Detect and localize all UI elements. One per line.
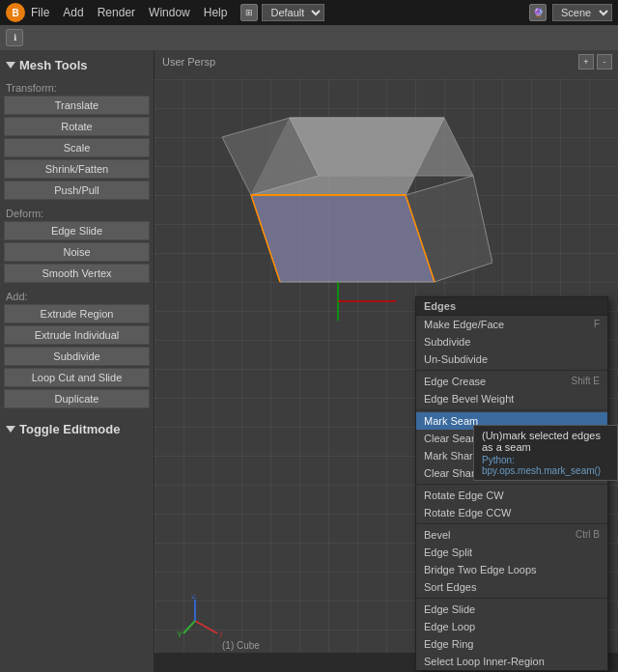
collapse-icon[interactable] bbox=[6, 62, 15, 69]
scene-selector[interactable]: Scene bbox=[552, 4, 612, 21]
ctx-make-edge-face[interactable]: Make Edge/Face F bbox=[416, 316, 607, 333]
toggle-collapse-icon[interactable] bbox=[6, 426, 15, 433]
blender-logo: B bbox=[6, 3, 25, 22]
menu-window[interactable]: Window bbox=[149, 6, 190, 19]
btn-extrude-individual[interactable]: Extrude Individual bbox=[4, 325, 150, 345]
ctx-edge-split[interactable]: Edge Split bbox=[416, 544, 607, 561]
btn-edge-slide[interactable]: Edge Slide bbox=[4, 221, 150, 240]
tooltip-text: (Un)mark selected edges as a seam bbox=[482, 430, 609, 453]
svg-text:Y: Y bbox=[177, 630, 183, 639]
btn-subdivide[interactable]: Subdivide bbox=[4, 347, 150, 366]
ctx-edge-ring[interactable]: Edge Ring bbox=[416, 635, 607, 653]
ctx-bridge-loops[interactable]: Bridge Two Edge Loops bbox=[416, 561, 607, 578]
info-icon[interactable]: ℹ bbox=[6, 29, 23, 46]
menu-render[interactable]: Render bbox=[98, 6, 135, 19]
zoom-out-btn[interactable]: - bbox=[597, 54, 612, 70]
ctx-subdivide[interactable]: Subdivide bbox=[416, 333, 607, 350]
3d-object bbox=[193, 108, 492, 321]
svg-line-10 bbox=[195, 621, 217, 633]
menu-file[interactable]: File bbox=[31, 6, 49, 19]
ctx-bevel[interactable]: Bevel Ctrl B bbox=[416, 526, 607, 544]
ctx-menu-header: Edges bbox=[416, 297, 607, 316]
top-menu[interactable]: File Add Render Window Help bbox=[31, 6, 227, 19]
svg-line-12 bbox=[183, 621, 195, 633]
ctx-sep-2 bbox=[416, 409, 607, 410]
main-area: Mesh Tools Transform: Translate Rotate S… bbox=[0, 50, 618, 672]
ctx-sep-1 bbox=[416, 370, 607, 371]
svg-text:X: X bbox=[219, 630, 222, 639]
ctx-rotate-ccw[interactable]: Rotate Edge CCW bbox=[416, 504, 607, 521]
svg-marker-3 bbox=[251, 195, 435, 282]
viewport-controls: + - bbox=[578, 54, 612, 70]
ctx-un-subdivide[interactable]: Un-Subdivide bbox=[416, 350, 607, 368]
ctx-edge-crease[interactable]: Edge Crease Shift E bbox=[416, 373, 607, 390]
btn-rotate[interactable]: Rotate bbox=[4, 117, 150, 136]
viewport-label: User Persp bbox=[162, 56, 215, 68]
svg-text:Z: Z bbox=[191, 595, 197, 601]
tooltip-python: Python: bpy.ops.mesh.mark_seam() bbox=[482, 455, 609, 476]
deform-label: Deform: bbox=[4, 202, 150, 221]
header-row: ℹ bbox=[0, 25, 618, 50]
btn-translate[interactable]: Translate bbox=[4, 96, 150, 115]
panel-title: Mesh Tools bbox=[19, 58, 88, 72]
mesh-tools-header: Mesh Tools bbox=[4, 54, 150, 76]
menu-add[interactable]: Add bbox=[63, 6, 83, 19]
render-engine-icon[interactable]: 🔮 bbox=[529, 4, 547, 21]
tooltip: (Un)mark selected edges as a seam Python… bbox=[473, 425, 618, 481]
ctx-sort-edges[interactable]: Sort Edges bbox=[416, 578, 607, 596]
btn-loop-cut[interactable]: Loop Cut and Slide bbox=[4, 368, 150, 387]
axis-indicator: X Y Z bbox=[169, 595, 222, 648]
btn-scale[interactable]: Scale bbox=[4, 138, 150, 157]
transform-label: Transform: bbox=[4, 76, 150, 96]
toggle-editmode-label[interactable]: Toggle Editmode bbox=[19, 422, 120, 436]
toggle-editmode-header: Toggle Editmode bbox=[4, 418, 150, 440]
ctx-select-loop-inner[interactable]: Select Loop Inner-Region bbox=[416, 653, 607, 670]
menu-help[interactable]: Help bbox=[204, 6, 228, 19]
ctx-sep-3 bbox=[416, 484, 607, 485]
ctx-edge-bevel-weight[interactable]: Edge Bevel Weight bbox=[416, 390, 607, 407]
ctx-sep-5 bbox=[416, 598, 607, 599]
workspace-selector[interactable]: Default bbox=[262, 4, 324, 21]
layout-icon[interactable]: ⊞ bbox=[240, 4, 258, 21]
btn-noise[interactable]: Noise bbox=[4, 242, 150, 262]
ctx-rotate-cw[interactable]: Rotate Edge CW bbox=[416, 487, 607, 504]
context-menu[interactable]: Edges Make Edge/Face F Subdivide Un-Subd… bbox=[415, 296, 608, 671]
btn-extrude-region[interactable]: Extrude Region bbox=[4, 304, 150, 323]
title-bar: B File Add Render Window Help ⊞ Default … bbox=[0, 0, 618, 25]
btn-push-pull[interactable]: Push/Pull bbox=[4, 181, 150, 200]
viewport[interactable]: User Persp + - bbox=[154, 50, 618, 672]
btn-smooth-vertex[interactable]: Smooth Vertex bbox=[4, 264, 150, 283]
left-panel: Mesh Tools Transform: Translate Rotate S… bbox=[0, 50, 154, 672]
btn-shrink-fatten[interactable]: Shrink/Fatten bbox=[4, 159, 150, 179]
add-label: Add: bbox=[4, 285, 150, 304]
zoom-in-btn[interactable]: + bbox=[578, 54, 594, 70]
top-right-controls: 🔮 Scene bbox=[529, 4, 612, 21]
btn-duplicate[interactable]: Duplicate bbox=[4, 389, 150, 408]
ctx-edge-loop[interactable]: Edge Loop bbox=[416, 618, 607, 635]
ctx-edge-slide[interactable]: Edge Slide bbox=[416, 601, 607, 618]
ctx-sep-4 bbox=[416, 523, 607, 524]
object-info: (1) Cube bbox=[222, 640, 260, 651]
